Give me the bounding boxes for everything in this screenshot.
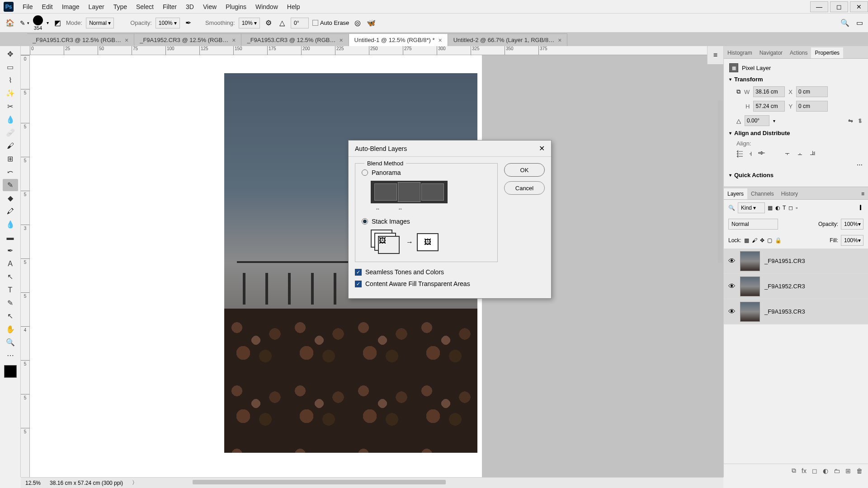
layer-thumb[interactable] — [740, 302, 760, 322]
eyedropper-tool[interactable]: 💧 — [3, 113, 18, 126]
lasso-tool[interactable]: ⌇ — [3, 74, 18, 86]
rect-tool[interactable]: ▬ — [3, 231, 18, 244]
document-tab-4[interactable]: Untitled-2 @ 66.7% (Layer 1, RGB/8…× — [448, 33, 568, 46]
foreground-color[interactable] — [4, 365, 17, 378]
menu-filter[interactable]: Filter — [158, 1, 181, 12]
pressure-icon[interactable]: ✒ — [184, 18, 193, 28]
panorama-radio[interactable]: Panorama — [362, 169, 491, 176]
layer-opacity-combo[interactable]: 100%▾ — [841, 219, 863, 230]
search-icon[interactable]: 🔍 — [840, 18, 850, 28]
lock-all-icon[interactable]: 🔒 — [775, 237, 782, 244]
history-tool[interactable]: ⤺ — [3, 166, 18, 178]
flip-v-icon[interactable]: ⥮ — [858, 117, 863, 124]
dialog-titlebar[interactable]: Auto-Blend Layers ✕ — [349, 141, 551, 157]
heal-tool[interactable]: 🩹 — [3, 127, 18, 139]
document-tab-3[interactable]: Untitled-1 @ 12.5% (RGB/8*) *× — [349, 33, 448, 46]
document-tab-1[interactable]: _F9A1952.CR3 @ 12.5% (RGB…× — [134, 33, 241, 46]
new-layer-icon[interactable]: ⊞ — [845, 467, 851, 474]
align-hcenter-icon[interactable]: ⫞ — [749, 150, 752, 158]
align-top-icon[interactable]: ⫟ — [784, 150, 791, 158]
mask-icon[interactable]: ◻ — [812, 467, 817, 474]
layer-fill-combo[interactable]: 100%▾ — [841, 235, 863, 246]
stack-radio[interactable]: Stack Images — [362, 218, 491, 225]
menu-select[interactable]: Select — [132, 1, 158, 12]
filter-toggle-icon[interactable]: ⏽ — [858, 205, 863, 211]
cancel-button[interactable]: Cancel — [504, 181, 545, 195]
more-tools[interactable]: ⋯ — [3, 349, 18, 361]
delete-layer-icon[interactable]: 🗑 — [856, 467, 863, 474]
angle-field[interactable]: 0.00° — [745, 115, 769, 126]
filter-adjust-icon[interactable]: ◐ — [775, 205, 780, 211]
x-field[interactable]: 0 cm — [796, 86, 828, 97]
seamless-check[interactable]: ✓ Seamless Tones and Colors — [355, 268, 498, 276]
lock-trans-icon[interactable]: ▦ — [744, 237, 749, 244]
tab-properties[interactable]: Properties — [811, 47, 843, 58]
align-section[interactable]: ▾Align and Distribute — [729, 130, 863, 136]
stamp-tool[interactable]: ⊞ — [3, 153, 18, 165]
blur-tool[interactable]: 💧 — [3, 218, 18, 230]
shape-tool[interactable]: ✎ — [3, 297, 18, 309]
ruler-horizontal[interactable]: 0255075100125150175200225250275300325350… — [21, 46, 723, 55]
lock-nest-icon[interactable]: ▢ — [767, 237, 772, 244]
panel-menu-icon[interactable]: ≡ — [858, 188, 868, 199]
width-field[interactable]: 38.16 cm — [753, 86, 785, 97]
vertical-scrollbar[interactable] — [718, 100, 722, 263]
visibility-icon[interactable]: 👁 — [728, 308, 736, 316]
y-field[interactable]: 0 cm — [796, 101, 828, 112]
blend-mode-combo[interactable]: Normal — [728, 219, 778, 230]
eraser-tool[interactable]: ◆ — [3, 192, 18, 204]
layer-row[interactable]: 👁 _F9A1953.CR3 — [724, 299, 868, 324]
align-vcenter-icon[interactable]: ⫠ — [797, 150, 804, 158]
brush-picker[interactable]: ✎▾ — [20, 19, 29, 27]
minimize-button[interactable]: — — [810, 1, 828, 12]
align-right-icon[interactable]: ⬲ — [758, 150, 765, 158]
menu-plugins[interactable]: Plugins — [221, 1, 251, 12]
mode-combo[interactable]: Normal ▾ — [86, 18, 114, 28]
align-bottom-icon[interactable]: ⫡ — [809, 150, 816, 158]
layer-row[interactable]: 👁 _F9A1951.CR3 — [724, 249, 868, 274]
symmetry-target-icon[interactable]: ◎ — [353, 18, 363, 28]
lock-paint-icon[interactable]: 🖌 — [752, 237, 757, 244]
angle-field[interactable]: 0° — [291, 18, 309, 28]
menu-type[interactable]: Type — [109, 1, 132, 12]
layer-name[interactable]: _F9A1951.CR3 — [764, 258, 805, 264]
document-tab-2[interactable]: _F9A1953.CR3 @ 12.5% (RGB…× — [241, 33, 349, 46]
fx-icon[interactable]: fx — [802, 467, 807, 474]
close-button[interactable]: ✕ — [850, 1, 868, 12]
layer-filter-combo[interactable]: Kind ▾ — [738, 202, 765, 213]
tab-histogram[interactable]: Histogram — [724, 47, 756, 58]
filter-type-icon[interactable]: T — [783, 205, 786, 211]
link-wh-icon[interactable]: ⧉ — [736, 88, 741, 95]
hand-tool[interactable]: ✋ — [3, 323, 18, 335]
crop-tool[interactable]: ✂ — [3, 100, 18, 113]
pencil-tool[interactable]: ✎ — [3, 179, 18, 191]
flip-h-icon[interactable]: ⇋ — [848, 117, 853, 124]
document-tab-0[interactable]: _F9A1951.CR3 @ 12.5% (RGB…× — [27, 33, 134, 46]
panel-dock-icon[interactable]: ≡ — [707, 46, 723, 64]
tab-navigator[interactable]: Navigator — [756, 47, 786, 58]
symmetry-butterfly-icon[interactable]: 🦋 — [366, 18, 376, 28]
arrow-tool[interactable]: ↖ — [3, 310, 18, 322]
height-field[interactable]: 57.24 cm — [753, 101, 785, 112]
quick-actions-section[interactable]: ▾Quick Actions — [729, 172, 863, 178]
layer-name[interactable]: _F9A1952.CR3 — [764, 283, 805, 290]
group-icon[interactable]: 🗀 — [834, 467, 840, 474]
pressure-opacity-icon[interactable]: ◩ — [52, 18, 62, 28]
maximize-button[interactable]: ◻ — [830, 1, 848, 12]
marquee-tool[interactable]: ▭ — [3, 61, 18, 73]
tab-channels[interactable]: Channels — [747, 188, 778, 199]
home-icon[interactable]: 🏠 — [4, 17, 16, 29]
align-left-icon[interactable]: ⬱ — [736, 150, 743, 158]
layer-thumb[interactable] — [740, 277, 760, 296]
menu-window[interactable]: Window — [251, 1, 283, 12]
brush-tool[interactable]: 🖌 — [3, 140, 18, 152]
tab-close-icon[interactable]: × — [439, 37, 442, 44]
filter-pixel-icon[interactable]: ▦ — [768, 205, 773, 211]
doc-dimensions[interactable]: 38.16 cm x 57.24 cm (300 ppi) — [50, 480, 123, 486]
transform-section[interactable]: ▾Transform — [729, 76, 863, 83]
visibility-icon[interactable]: 👁 — [728, 282, 736, 291]
adjustment-icon[interactable]: ◐ — [823, 467, 828, 474]
workspace-icon[interactable]: ▭ — [854, 18, 864, 28]
menu-3d[interactable]: 3D — [181, 1, 198, 12]
menu-help[interactable]: Help — [283, 1, 305, 12]
